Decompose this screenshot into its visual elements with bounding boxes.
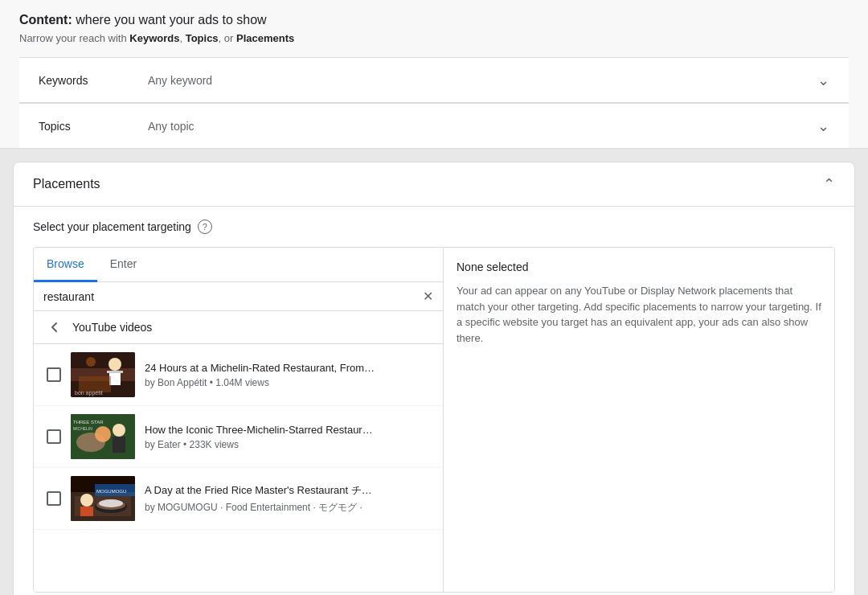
svg-rect-20 (80, 507, 93, 516)
subtitle-before: Narrow your reach with (19, 32, 129, 44)
video-info-1: 24 Hours at a Michelin-Rated Restaurant,… (145, 362, 430, 388)
search-input[interactable] (43, 290, 423, 303)
back-nav-label: YouTube videos (72, 321, 152, 334)
subtitle-topics: Topics (186, 32, 219, 44)
content-subtitle: Narrow your reach with Keywords, Topics,… (19, 32, 849, 44)
keywords-chevron-icon: ⌄ (817, 72, 849, 89)
topics-value: Any topic (148, 120, 817, 133)
svg-point-11 (95, 426, 111, 442)
topics-label: Topics (19, 120, 148, 133)
main-card: Placements ⌃ Select your placement targe… (13, 162, 855, 595)
list-item[interactable]: MOGUMOGU A Day at the Fried Rice Master'… (34, 468, 443, 530)
search-box: ✕ (34, 282, 443, 311)
tab-enter[interactable]: Enter (97, 248, 149, 282)
svg-point-5 (86, 357, 96, 367)
video-meta-2: by Eater • 233K views (145, 439, 430, 450)
subtitle-placements: Placements (236, 32, 294, 44)
topics-chevron-icon: ⌄ (817, 117, 849, 135)
placements-chevron-icon[interactable]: ⌃ (823, 175, 835, 193)
video-title-3: A Day at the Fried Rice Master's Restaur… (145, 483, 430, 498)
keywords-value: Any keyword (148, 74, 817, 87)
video-meta-3: by MOGUMOGU · Food Entertainment · モグモグ … (145, 501, 430, 515)
help-icon[interactable]: ? (198, 220, 212, 234)
svg-point-14 (113, 424, 125, 437)
svg-text:THREE STAR: THREE STAR (73, 420, 104, 425)
video-checkbox-1[interactable] (47, 367, 61, 382)
placements-body: Select your placement targeting ? Browse… (14, 207, 854, 595)
subtitle-keywords: Keywords (129, 32, 179, 44)
svg-point-2 (108, 358, 121, 371)
content-title-prefix: Content: (19, 13, 72, 27)
list-item[interactable]: bon appétit 24 Hours at a Michelin-Rated… (34, 344, 443, 406)
video-thumbnail-3: MOGUMOGU (71, 476, 135, 521)
subtitle-or: , or (219, 32, 236, 44)
placements-header: Placements ⌃ (14, 162, 854, 207)
svg-rect-4 (107, 371, 123, 373)
placement-targeting-text: Select your placement targeting (33, 220, 191, 233)
svg-rect-15 (113, 437, 125, 453)
video-checkbox-2[interactable] (47, 429, 61, 444)
video-thumbnail-2: THREE STAR MICHELIN (71, 414, 135, 459)
placement-targeting-label: Select your placement targeting ? (33, 220, 835, 234)
svg-text:bon appétit: bon appétit (75, 390, 103, 396)
video-title-1: 24 Hours at a Michelin-Rated Restaurant,… (145, 362, 430, 374)
keywords-label: Keywords (19, 74, 148, 87)
right-panel: None selected Your ad can appear on any … (444, 248, 834, 592)
header-section: Content: where you want your ads to show… (0, 0, 868, 149)
svg-point-19 (80, 494, 93, 507)
content-title-rest: where you want your ads to show (72, 13, 267, 27)
svg-text:MICHELIN: MICHELIN (73, 426, 92, 431)
video-title-2: How the Iconic Three-Michelin-Starred Re… (145, 424, 430, 436)
tabs: Browse Enter (34, 248, 443, 282)
topics-row[interactable]: Topics Any topic ⌄ (19, 103, 849, 148)
back-nav: YouTube videos (34, 311, 443, 344)
svg-text:MOGUMOGU: MOGUMOGU (96, 489, 126, 494)
video-meta-1: by Bon Appétit • 1.04M views (145, 377, 430, 388)
none-selected-title: None selected (457, 261, 821, 273)
video-thumbnail-1: bon appétit (71, 352, 135, 397)
video-checkbox-3[interactable] (47, 491, 61, 506)
content-title: Content: where you want your ads to show (19, 13, 849, 27)
list-item[interactable]: THREE STAR MICHELIN How the Iconic Three… (34, 406, 443, 468)
clear-icon[interactable]: ✕ (423, 289, 433, 304)
keywords-row[interactable]: Keywords Any keyword ⌄ (19, 57, 849, 102)
video-info-2: How the Iconic Three-Michelin-Starred Re… (145, 424, 430, 450)
video-info-3: A Day at the Fried Rice Master's Restaur… (145, 483, 430, 515)
subtitle-comma1: , (179, 32, 185, 44)
thumb-inner-1: bon appétit (71, 352, 135, 397)
tab-browse[interactable]: Browse (34, 248, 97, 282)
video-list: bon appétit 24 Hours at a Michelin-Rated… (34, 344, 443, 592)
none-selected-desc: Your ad can appear on any YouTube or Dis… (457, 283, 821, 346)
placements-title: Placements (33, 177, 100, 191)
svg-point-23 (99, 499, 123, 507)
page-wrapper: Content: where you want your ads to show… (0, 0, 868, 595)
left-panel: Browse Enter ✕ (34, 248, 444, 592)
browse-panel: Browse Enter ✕ (33, 247, 835, 593)
back-arrow-icon[interactable] (47, 319, 63, 335)
